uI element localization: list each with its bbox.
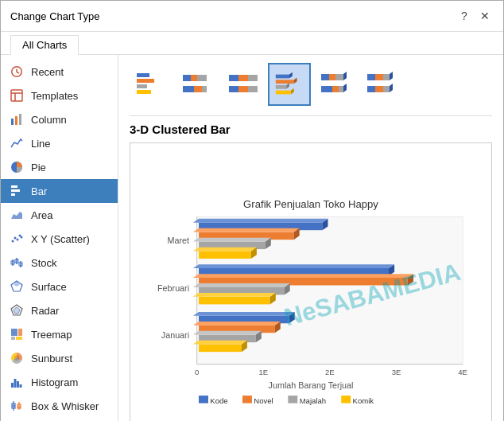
svg-rect-32 <box>11 383 14 388</box>
sidebar-item-xy[interactable]: X Y (Scatter) <box>1 227 118 251</box>
stock-icon <box>9 255 25 271</box>
svg-text:Maret: Maret <box>168 236 189 245</box>
svg-marker-129 <box>193 312 295 316</box>
svg-rect-64 <box>248 86 258 92</box>
svg-marker-111 <box>193 238 271 242</box>
sidebar-item-treemap[interactable]: Treemap <box>1 322 118 346</box>
svg-marker-108 <box>193 228 300 232</box>
svg-rect-87 <box>383 86 390 92</box>
sidebar-item-stock-label: Stock <box>31 257 57 269</box>
title-bar-controls: ? ✕ <box>456 7 494 25</box>
svg-marker-105 <box>193 219 328 223</box>
svg-rect-69 <box>276 85 286 89</box>
svg-text:2E: 2E <box>325 368 335 376</box>
svg-rect-49 <box>137 73 149 77</box>
svg-rect-35 <box>20 384 22 388</box>
svg-rect-33 <box>14 379 17 388</box>
svg-text:Kode: Kode <box>210 396 227 405</box>
right-panel: 3-D Clustered Bar Grafik Penjualan Toko … <box>118 55 503 421</box>
svg-marker-76 <box>343 72 347 80</box>
chart-type-3d-stacked-bar[interactable] <box>314 63 357 106</box>
svg-rect-56 <box>183 86 194 92</box>
sidebar-item-bar[interactable]: Bar <box>1 179 118 203</box>
sidebar-item-pie[interactable]: Pie <box>1 155 118 179</box>
sidebar: Recent Templates Column Li <box>1 55 118 421</box>
tab-bar: All Charts <box>1 32 503 55</box>
column-icon <box>9 111 25 127</box>
sidebar-item-templates-label: Templates <box>31 90 78 102</box>
sidebar-item-sunburst[interactable]: Sunburst <box>1 346 118 370</box>
close-button[interactable]: ✕ <box>476 7 494 25</box>
svg-rect-53 <box>183 75 191 81</box>
sidebar-item-column[interactable]: Column <box>1 107 118 131</box>
svg-marker-123 <box>193 283 290 287</box>
sidebar-item-line[interactable]: Line <box>1 131 118 155</box>
svg-rect-65 <box>276 75 289 79</box>
sunburst-icon <box>9 350 25 366</box>
content-area: Recent Templates Column Li <box>1 55 503 421</box>
chart-type-3d-100-stacked-bar[interactable] <box>360 63 403 106</box>
sidebar-item-boxwhisker-label: Box & Whisker <box>31 400 99 412</box>
sidebar-item-stock[interactable]: Stock <box>1 251 118 275</box>
pie-icon <box>9 159 25 175</box>
svg-text:Komik: Komik <box>353 396 374 405</box>
sidebar-item-radar-label: Radar <box>31 305 59 317</box>
scatter-icon <box>9 231 25 247</box>
sidebar-item-surface[interactable]: Surface <box>1 275 118 298</box>
svg-rect-50 <box>137 79 154 83</box>
svg-marker-126 <box>193 293 276 297</box>
chart-type-3d-clustered-bar[interactable] <box>268 63 311 106</box>
svg-rect-61 <box>248 75 258 81</box>
title-bar: Change Chart Type ? ✕ <box>1 1 503 32</box>
sidebar-item-templates[interactable]: Templates <box>1 84 118 107</box>
svg-marker-80 <box>343 84 347 92</box>
svg-rect-58 <box>202 86 207 92</box>
svg-rect-28 <box>18 329 22 336</box>
divider <box>130 115 492 116</box>
svg-rect-63 <box>238 86 248 92</box>
svg-rect-7 <box>11 185 17 188</box>
area-icon <box>9 207 25 223</box>
sidebar-item-recent[interactable]: Recent <box>1 60 118 84</box>
svg-rect-8 <box>11 189 20 192</box>
svg-marker-114 <box>193 248 257 251</box>
svg-rect-52 <box>137 90 151 94</box>
templates-icon <box>9 88 25 103</box>
svg-text:Januari: Januari <box>161 330 189 340</box>
svg-point-12 <box>14 237 17 240</box>
svg-rect-54 <box>191 75 197 81</box>
svg-rect-0 <box>11 90 22 101</box>
chart-types-grid <box>130 63 492 106</box>
svg-marker-135 <box>193 331 262 335</box>
sidebar-item-xy-label: X Y (Scatter) <box>31 233 90 245</box>
all-charts-tab[interactable]: All Charts <box>10 35 79 55</box>
svg-rect-57 <box>194 86 202 92</box>
svg-rect-81 <box>367 74 375 80</box>
sidebar-item-histogram[interactable]: Histogram <box>1 370 118 394</box>
help-button[interactable]: ? <box>456 7 473 25</box>
histogram-icon <box>9 374 25 390</box>
chart-type-stacked-bar[interactable] <box>176 63 219 106</box>
svg-marker-10 <box>11 212 22 219</box>
chart-type-clustered-bar[interactable] <box>130 63 173 106</box>
radar-icon <box>9 302 25 318</box>
svg-rect-124 <box>199 297 270 305</box>
svg-rect-71 <box>276 91 291 95</box>
svg-text:Majalah: Majalah <box>300 396 326 405</box>
svg-rect-67 <box>276 80 294 84</box>
svg-rect-59 <box>229 75 238 81</box>
sidebar-item-boxwhisker[interactable]: Box & Whisker <box>1 394 118 418</box>
svg-marker-117 <box>193 264 394 268</box>
line-icon <box>9 135 25 151</box>
sidebar-item-radar[interactable]: Radar <box>1 298 118 322</box>
surface-icon <box>9 279 25 294</box>
sidebar-item-waterfall[interactable]: Waterfall <box>1 418 118 421</box>
svg-rect-143 <box>288 396 297 403</box>
svg-marker-120 <box>193 274 413 278</box>
svg-rect-112 <box>199 251 251 259</box>
svg-rect-82 <box>375 74 383 80</box>
bar-icon <box>9 183 25 199</box>
chart-type-100-stacked-bar[interactable] <box>222 63 265 106</box>
svg-rect-4 <box>15 116 17 125</box>
sidebar-item-area[interactable]: Area <box>1 203 118 227</box>
